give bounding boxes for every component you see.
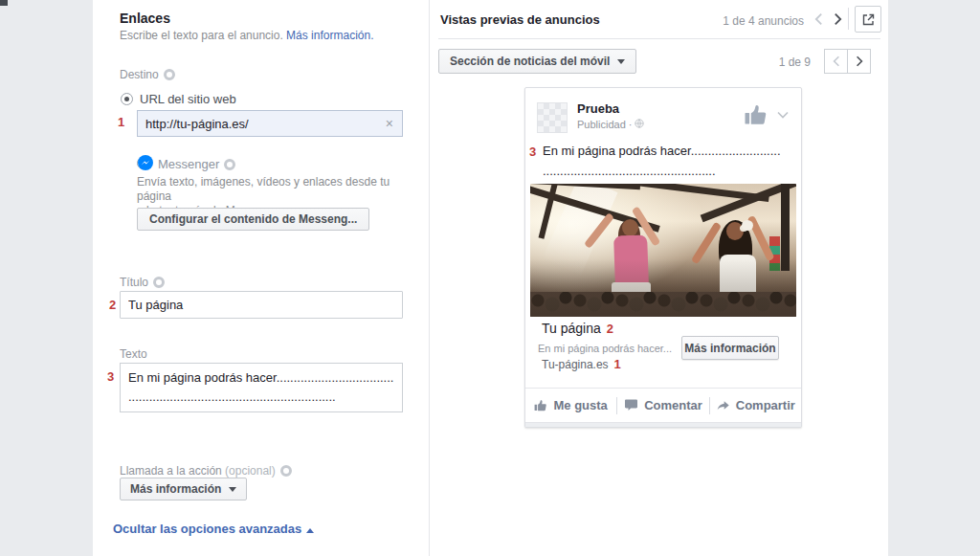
messenger-label: Messenger: [158, 157, 235, 171]
card-chevron-down-icon[interactable]: [777, 107, 789, 122]
ads-manager-page: Enlaces Escribe el texto para el anuncio…: [0, 0, 980, 556]
window-corner: [0, 0, 8, 6]
globe-icon: [635, 119, 644, 130]
comment-button[interactable]: Comentar: [617, 398, 708, 412]
url-input-wrap: ×: [137, 110, 403, 137]
ad-body-line2: ........................................…: [543, 162, 797, 181]
link-description: En mi página podrás hacer...: [538, 343, 679, 354]
hair-flower: [742, 220, 753, 231]
titulo-label: Título: [120, 276, 165, 289]
configure-messenger-button[interactable]: Configurar el contenido de Messeng...: [137, 208, 369, 231]
radio-url-sitio-web[interactable]: [121, 93, 133, 105]
help-icon[interactable]: [164, 69, 175, 80]
header-divider: [438, 38, 880, 39]
marker-1-preview: 1: [614, 357, 621, 371]
titulo-input[interactable]: [120, 291, 403, 319]
like-thumb-icon[interactable]: [744, 103, 768, 128]
preview-panel-title: Vistas previas de anuncios: [440, 12, 600, 27]
page-name[interactable]: Prueba: [577, 101, 619, 116]
ads-counter: 1 de 4 anuncios: [699, 14, 804, 28]
cta-button[interactable]: Más información: [681, 336, 779, 360]
header-separator: [848, 8, 849, 30]
help-icon[interactable]: [153, 277, 165, 288]
next-ad-button[interactable]: [829, 11, 846, 28]
hide-advanced-link[interactable]: Ocultar las opciones avanzadas: [113, 522, 314, 536]
texto-textarea[interactable]: En mi página podrás hacer...............…: [120, 363, 403, 412]
link-title[interactable]: Tu página2: [542, 321, 613, 336]
prev-ad-button[interactable]: [810, 11, 827, 28]
ad-preview-card: Prueba Publicidad · 3 En mi página podrá…: [524, 87, 802, 428]
next-page-button[interactable]: [847, 49, 871, 74]
help-icon[interactable]: [224, 159, 235, 170]
open-preview-icon[interactable]: [855, 6, 881, 33]
stage-pillar: [781, 184, 790, 271]
texto-label: Texto: [120, 347, 147, 361]
chevron-down-icon: [617, 59, 625, 64]
panel-divider: [429, 0, 430, 556]
radio-url-label: URL del sitio web: [140, 92, 236, 106]
messenger-icon: [138, 155, 153, 173]
prev-page-button[interactable]: [824, 49, 848, 74]
destino-label: Destino: [120, 68, 175, 81]
action-bar: Me gusta Comentar Compartir: [525, 388, 801, 422]
ad-image[interactable]: [530, 184, 796, 317]
caret-up-icon: [306, 528, 314, 533]
image-shade: [530, 259, 796, 317]
placement-selector[interactable]: Sección de noticias del móvil: [438, 49, 636, 74]
cta-dropdown[interactable]: Más información: [120, 478, 247, 500]
share-button[interactable]: Compartir: [710, 398, 801, 412]
dancer-left-head: [622, 219, 638, 236]
chevron-down-icon: [229, 487, 236, 492]
marker-3: 3: [107, 369, 114, 384]
subtitle-text: Escribe el texto para el anuncio.: [120, 29, 283, 42]
section-subtitle: Escribe el texto para el anuncio. Más in…: [120, 29, 373, 42]
marker-1: 1: [118, 115, 124, 129]
ad-body-line1: En mi página podrás hacer...............…: [543, 142, 797, 161]
clear-icon[interactable]: ×: [377, 116, 402, 131]
section-title: Enlaces: [120, 11, 170, 26]
marker-2-preview: 2: [607, 322, 613, 336]
display-url: Tu-página.es1: [542, 357, 621, 371]
card-footer-strip: [525, 422, 801, 427]
url-input[interactable]: [138, 117, 377, 131]
preview-pager: [824, 49, 871, 74]
marker-3-preview: 3: [529, 145, 536, 159]
more-info-link[interactable]: Más información.: [286, 29, 373, 42]
page-counter: 1 de 9: [732, 56, 811, 69]
sponsored-label: Publicidad ·: [577, 119, 644, 130]
like-button[interactable]: Me gusta: [525, 398, 616, 412]
cta-label: Llamada a la acción (opcional): [120, 464, 292, 478]
help-icon[interactable]: [280, 465, 292, 477]
page-avatar: [537, 102, 568, 133]
marker-2: 2: [109, 298, 116, 312]
